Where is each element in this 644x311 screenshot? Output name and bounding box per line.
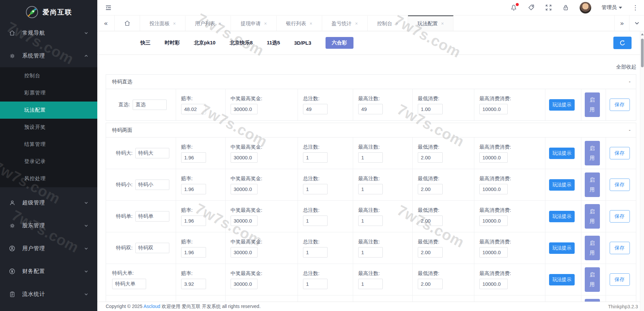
section-collapse-toggle[interactable]: - [629, 127, 631, 133]
user-avatar[interactable] [579, 2, 591, 14]
prize-input[interactable] [231, 104, 258, 114]
play-name-input[interactable] [135, 180, 169, 190]
tab-1[interactable]: 用户列表× [185, 15, 231, 31]
max-input[interactable] [358, 279, 383, 289]
sidebar-subitem-2[interactable]: 玩法配置 [0, 102, 97, 119]
total-input[interactable] [303, 279, 328, 289]
notification-bell-icon[interactable] [510, 4, 517, 11]
max-input[interactable] [358, 247, 383, 258]
tab-3[interactable]: 银行列表× [277, 15, 322, 31]
total-input[interactable] [303, 152, 328, 163]
max-input[interactable] [358, 184, 383, 194]
sidebar-item-1[interactable]: 系统管理 [0, 44, 97, 67]
sidebar-subitem-3[interactable]: 预设开奖 [0, 119, 97, 136]
play-tip-button[interactable]: 玩法提示 [549, 242, 575, 254]
maxcost-input[interactable] [479, 279, 508, 289]
odds-input[interactable] [181, 247, 206, 258]
sidebar-subitem-1[interactable]: 彩票管理 [0, 84, 97, 102]
lottery-tab-0[interactable]: 快三 [140, 37, 150, 49]
enable-button[interactable]: 启用 [585, 141, 600, 165]
enable-button[interactable]: 启用 [585, 299, 600, 302]
fullscreen-icon[interactable] [545, 4, 552, 11]
min-input[interactable] [418, 104, 443, 114]
prize-input[interactable] [231, 247, 258, 258]
play-name-input[interactable] [112, 279, 146, 289]
save-button[interactable]: 保存 [610, 210, 630, 223]
maxcost-input[interactable] [479, 247, 508, 258]
lottery-tab-5[interactable]: 3D/PL3 [294, 37, 311, 48]
odds-input[interactable] [181, 152, 206, 163]
section-collapse-toggle[interactable]: - [629, 79, 631, 84]
sidebar-toggle-icon[interactable] [105, 4, 112, 11]
odds-input[interactable] [181, 184, 206, 194]
tab-close-icon[interactable]: × [441, 21, 444, 26]
enable-button[interactable]: 启用 [585, 204, 600, 229]
play-tip-button[interactable]: 玩法提示 [549, 274, 575, 285]
maxcost-input[interactable] [479, 152, 508, 163]
play-tip-button[interactable]: 玩法提示 [549, 148, 575, 159]
lottery-tab-3[interactable]: 北京快乐8 [230, 37, 252, 49]
min-input[interactable] [418, 247, 443, 258]
maxcost-input[interactable] [479, 184, 508, 194]
home-tab[interactable] [115, 15, 140, 31]
play-tip-button[interactable]: 玩法提示 [549, 99, 575, 111]
prize-input[interactable] [231, 279, 258, 289]
lock-icon[interactable] [562, 4, 569, 11]
tab-close-icon[interactable]: × [355, 21, 358, 26]
play-name-input[interactable] [135, 148, 169, 158]
min-input[interactable] [418, 152, 443, 163]
sidebar-subitem-6[interactable]: 风控处理 [0, 170, 97, 187]
save-button[interactable]: 保存 [610, 99, 630, 111]
enable-button[interactable]: 启用 [585, 172, 600, 197]
save-button[interactable]: 保存 [610, 242, 630, 254]
tab-6[interactable]: 玩法配置× [408, 15, 453, 31]
prize-input[interactable] [231, 152, 258, 163]
tab-close-icon[interactable]: × [396, 21, 398, 26]
enable-button[interactable]: 启用 [585, 267, 600, 292]
tab-close-icon[interactable]: × [264, 21, 267, 26]
tabs-scroll-left-button[interactable]: « [97, 15, 115, 31]
tabs-dropdown-button[interactable] [629, 15, 644, 31]
scrollbar-thumb[interactable] [641, 39, 644, 67]
prize-input[interactable] [231, 184, 258, 194]
odds-input[interactable] [181, 104, 206, 114]
refresh-button[interactable] [613, 37, 632, 49]
scrollbar-up-arrow[interactable] [641, 33, 644, 35]
sidebar-item-2[interactable]: 超级管理 [0, 191, 97, 214]
max-input[interactable] [358, 104, 383, 114]
max-input[interactable] [358, 152, 383, 163]
total-input[interactable] [303, 104, 328, 114]
tab-close-icon[interactable]: × [173, 21, 176, 26]
sidebar-item-6[interactable]: 流水统计 [0, 283, 97, 306]
total-input[interactable] [303, 216, 328, 226]
save-button[interactable]: 保存 [610, 179, 630, 191]
tag-icon[interactable] [528, 4, 535, 11]
tab-4[interactable]: 盈亏统计× [322, 15, 368, 31]
sidebar-item-3[interactable]: 股东管理 [0, 214, 97, 237]
sidebar-subitem-5[interactable]: 登录记录 [0, 153, 97, 170]
ascloud-link[interactable]: Ascloud [143, 304, 160, 309]
play-name-input[interactable] [133, 100, 167, 110]
max-input[interactable] [358, 216, 383, 226]
total-input[interactable] [303, 247, 328, 258]
maxcost-input[interactable] [479, 104, 508, 114]
sidebar-item-4[interactable]: 用户管理 [0, 237, 97, 260]
tab-0[interactable]: 投注面板× [140, 15, 185, 31]
play-name-input[interactable] [135, 243, 169, 253]
lottery-tab-6[interactable]: 六合彩 [326, 37, 353, 49]
lottery-tab-1[interactable]: 时时彩 [165, 37, 180, 49]
min-input[interactable] [418, 184, 443, 194]
sidebar-item-5[interactable]: 财务配置 [0, 260, 97, 283]
more-menu-icon[interactable]: ⋮ [632, 4, 639, 11]
save-button[interactable]: 保存 [610, 147, 630, 159]
play-tip-button[interactable]: 玩法提示 [549, 211, 575, 222]
save-button[interactable]: 保存 [610, 273, 630, 286]
odds-input[interactable] [181, 279, 206, 289]
user-menu[interactable]: 管理员 [602, 4, 622, 11]
odds-input[interactable] [181, 216, 206, 226]
tab-5[interactable]: 控制台× [368, 15, 408, 31]
total-input[interactable] [303, 184, 328, 194]
maxcost-input[interactable] [479, 216, 508, 226]
collapse-all-link[interactable]: 全部收起 [616, 64, 636, 70]
tabs-scroll-right-button[interactable]: » [614, 15, 629, 31]
